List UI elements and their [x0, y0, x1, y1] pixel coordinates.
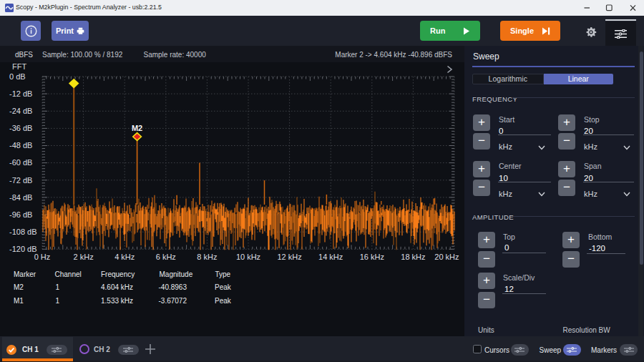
svg-text:-108 dB: -108 dB [9, 228, 37, 236]
svg-text:-120 dB: -120 dB [9, 245, 37, 253]
svg-text:10 kHz: 10 kHz [236, 253, 260, 261]
svg-text:8 kHz: 8 kHz [197, 253, 217, 261]
svg-text:FFT: FFT [12, 62, 26, 71]
svg-text:12 kHz: 12 kHz [277, 253, 301, 261]
svg-text:-96 dB: -96 dB [9, 210, 32, 219]
svg-text:-72 dB: -72 dB [9, 176, 32, 185]
svg-text:-48 dB: -48 dB [9, 141, 32, 150]
svg-text:20 kHz: 20 kHz [434, 253, 459, 261]
svg-text:14 kHz: 14 kHz [318, 253, 343, 261]
svg-text:-12 dB: -12 dB [9, 89, 32, 98]
svg-text:-36 dB: -36 dB [9, 124, 32, 132]
svg-text:16 kHz: 16 kHz [360, 253, 384, 261]
svg-text:M2: M2 [132, 124, 142, 132]
svg-text:0 Hz: 0 Hz [34, 253, 51, 261]
svg-text:-84 dB: -84 dB [9, 193, 32, 202]
svg-text:6 kHz: 6 kHz [156, 253, 176, 261]
svg-text:4 kHz: 4 kHz [114, 253, 135, 261]
svg-text:-60 dB: -60 dB [9, 158, 32, 167]
svg-text:18 kHz: 18 kHz [401, 253, 425, 261]
svg-text:-24 dB: -24 dB [9, 107, 32, 115]
svg-text:2 kHz: 2 kHz [74, 253, 94, 261]
svg-text:0 dB: 0 dB [9, 72, 26, 81]
